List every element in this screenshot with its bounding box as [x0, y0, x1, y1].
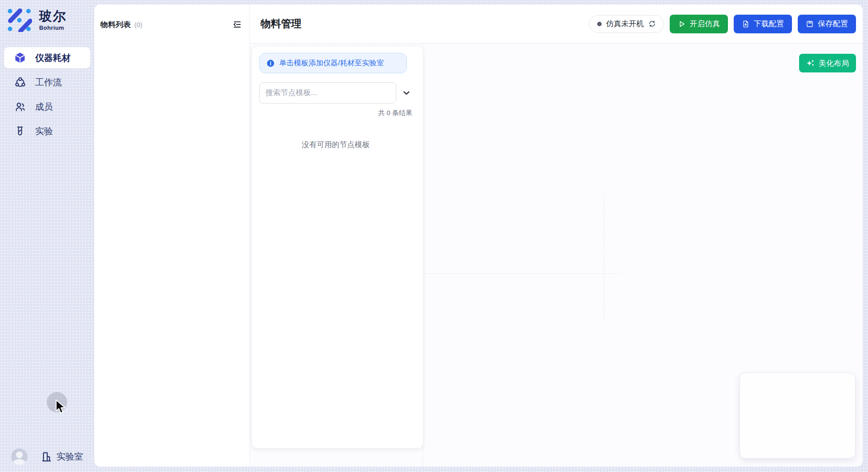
workflow-icon	[14, 76, 26, 88]
material-list-title: 物料列表	[100, 20, 131, 30]
cube-icon	[14, 52, 26, 64]
sparkles-icon	[806, 59, 815, 68]
cursor-pointer	[55, 399, 66, 414]
material-list-panel: 物料列表 (0)	[94, 4, 250, 467]
sidebar-item-members[interactable]: 成员	[4, 96, 90, 117]
start-simulation-button[interactable]: 开启仿真	[670, 15, 728, 33]
info-icon	[266, 59, 275, 68]
chevron-down-icon[interactable]	[401, 87, 412, 99]
status-dot-icon	[597, 22, 602, 26]
play-icon	[678, 20, 686, 28]
flow-canvas[interactable]: 单击模板添加仪器/耗材至实验室 共 0 条结果 没有可用的节点模板	[250, 43, 863, 467]
save-bookmark-icon	[806, 20, 814, 28]
status-label: 仿真未开机	[606, 19, 644, 29]
node-template-panel: 单击模板添加仪器/耗材至实验室 共 0 条结果 没有可用的节点模板	[252, 46, 423, 448]
brand-name: 玻尔	[39, 8, 67, 24]
search-template-input[interactable]	[259, 82, 396, 104]
material-list-count: (0)	[134, 21, 142, 28]
beautify-layout-button[interactable]: 美化布局	[799, 54, 856, 72]
bohrium-logo-icon	[7, 6, 32, 32]
brand-logo: 玻尔 Bohrium	[7, 6, 67, 32]
info-banner: 单击模板添加仪器/耗材至实验室	[259, 53, 407, 73]
brand-subname: Bohrium	[39, 24, 67, 31]
info-banner-text: 单击模板添加仪器/耗材至实验室	[279, 58, 384, 68]
main-card: 物料列表 (0) 物料管理 仿真未开机	[94, 4, 863, 467]
empty-template-message: 没有可用的节点模板	[259, 140, 412, 150]
sidebar-item-experiments[interactable]: 实验	[4, 120, 90, 142]
minimap[interactable]	[739, 372, 856, 459]
download-config-button[interactable]: 下载配置	[734, 15, 792, 33]
sidebar-item-label: 仪器耗材	[35, 52, 71, 64]
app-root: 玻尔 Bohrium 仪器耗材	[0, 0, 868, 472]
sidebar-item-workflow[interactable]: 工作流	[4, 72, 90, 93]
sidebar-item-label: 成员	[35, 101, 53, 113]
main-header: 物料管理 仿真未开机 开启仿真	[250, 4, 863, 43]
results-count: 共 0 条结果	[259, 109, 412, 117]
refresh-icon[interactable]	[648, 20, 656, 28]
page-title: 物料管理	[261, 17, 301, 31]
users-icon	[14, 100, 26, 113]
sidebar-item-lab[interactable]: 实验室	[40, 451, 83, 463]
test-tube-icon	[14, 125, 26, 137]
sidebar-item-instruments[interactable]: 仪器耗材	[4, 47, 90, 68]
file-download-icon	[742, 20, 750, 28]
sidebar-nav: 仪器耗材 工作流	[4, 47, 90, 142]
avatar[interactable]	[11, 448, 28, 465]
sidebar-footer: 实验室	[11, 448, 83, 465]
sidebar-item-label: 实验	[35, 125, 53, 137]
sidebar-footer-label: 实验室	[56, 451, 83, 463]
canvas-guide-line	[422, 273, 620, 274]
save-config-button[interactable]: 保存配置	[798, 15, 856, 33]
building-icon	[40, 451, 52, 463]
sidebar-item-label: 工作流	[35, 76, 62, 88]
collapse-panel-icon[interactable]	[232, 19, 242, 30]
simulation-status-pill[interactable]: 仿真未开机	[589, 15, 664, 33]
canvas-guide-line	[603, 191, 604, 320]
